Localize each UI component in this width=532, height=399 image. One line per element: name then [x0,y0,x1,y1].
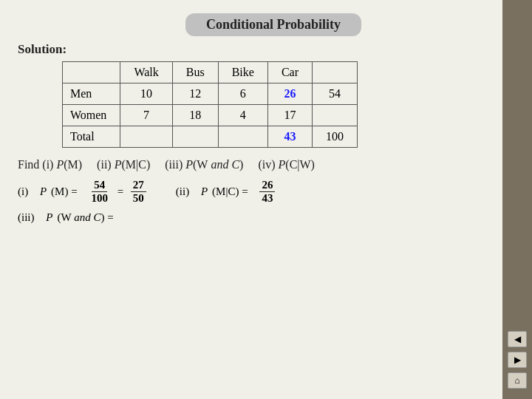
row-men-label: Men [63,83,120,105]
sol-i-num2: 27 [131,179,146,192]
solution-iii: (iii) P(W and C) = [18,211,114,224]
back-button[interactable]: ◀ [508,331,527,347]
solution-i: (i) P(M) = 54 100 = 27 50 [18,179,146,204]
header-car: Car [267,62,312,83]
header-total-empty [312,62,357,83]
sol-iii-pm2: (W and C) = [57,211,113,224]
header-walk: Walk [120,62,172,83]
solution-row-1: (i) P(M) = 54 100 = 27 50 (ii) P(M|C) = [18,179,485,204]
women-total [312,105,357,126]
home-button[interactable]: ⌂ [508,372,527,389]
home-icon: ⌂ [514,375,519,386]
women-car: 17 [267,105,312,126]
sol-i-label: (i) [18,185,28,198]
main-content: Conditional Probability Solution: Walk B… [0,0,502,399]
men-bike: 6 [218,83,267,105]
slide-title: Conditional Probability [185,13,361,36]
solution-ii: (ii) P(M|C) = 26 43 [176,179,276,204]
sol-i-pm: P [40,185,47,198]
back-icon: ◀ [514,334,521,345]
sol-i-pm2: (M) = [51,185,78,198]
total-car: 43 [267,126,312,148]
men-walk: 10 [120,83,172,105]
men-total: 54 [312,83,357,105]
solution-row-2: (iii) P(W and C) = [18,211,485,224]
row-women-label: Women [63,105,120,126]
table-row: Men 10 12 6 26 54 [63,83,358,105]
header-bike: Bike [218,62,267,83]
women-bike: 4 [218,105,267,126]
sol-i-denominator: 100 [89,192,110,205]
sol-i-numerator: 54 [92,179,107,192]
sol-ii-label: (ii) [176,185,189,198]
table-row: Women 7 18 4 17 [63,105,358,126]
men-car: 26 [267,83,312,105]
find-line: Find (i) P(M) (ii) P(M|C) (iii) P(W and … [18,158,485,171]
sol-i-fraction: 54 100 [89,179,110,204]
right-sidebar: ◀ ▶ ⌂ [502,0,532,399]
title-text: Conditional Probability [206,17,341,32]
forward-icon: ▶ [514,355,521,366]
sol-ii-numerator: 26 [259,179,275,192]
solution-label: Solution: [18,42,485,57]
header-empty [63,62,120,83]
total-total: 100 [312,126,357,148]
table-row: Total 43 100 [63,126,358,148]
forward-button[interactable]: ▶ [508,352,527,368]
total-walk [120,126,172,148]
men-bus: 12 [172,83,218,105]
probability-table: Walk Bus Bike Car Men 10 12 6 26 54 Wom [62,61,485,148]
sol-i-den2: 50 [131,192,146,205]
women-bus: 18 [172,105,218,126]
header-bus: Bus [172,62,218,83]
row-total-label: Total [63,126,120,148]
sol-i-fraction2: 27 50 [131,179,146,204]
sol-ii-denominator: 43 [259,192,275,205]
sol-ii-fraction: 26 43 [259,179,275,204]
sol-ii-pm2: (M|C) = [212,185,248,198]
sol-iii-label: (iii) [18,211,35,224]
women-walk: 7 [120,105,172,126]
total-bike [218,126,267,148]
solutions-area: (i) P(M) = 54 100 = 27 50 (ii) P(M|C) = [18,179,485,224]
sol-ii-pm: P [201,185,208,198]
sol-iii-pm: P [46,211,52,224]
total-bus [172,126,218,148]
